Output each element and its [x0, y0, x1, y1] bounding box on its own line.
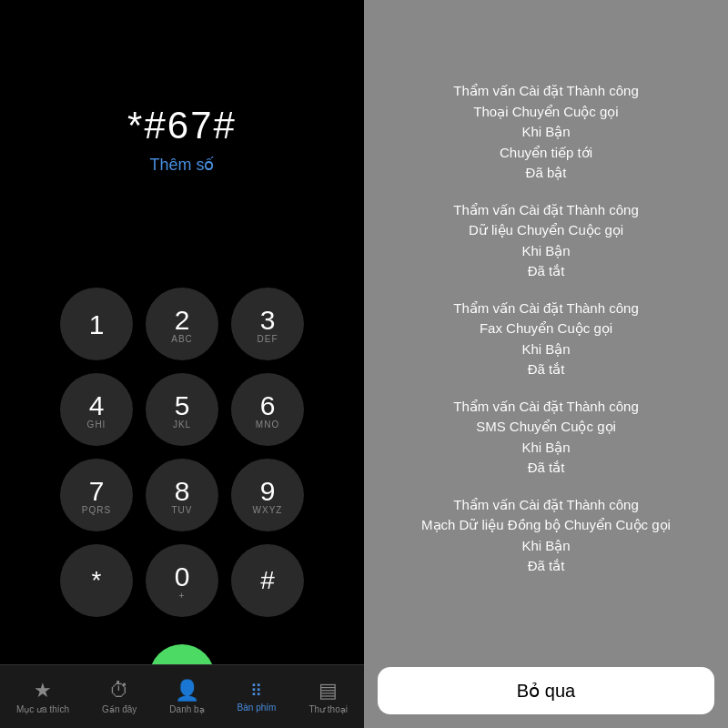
- info-line: Đã tắt: [421, 556, 671, 577]
- info-line: Khi Bận: [453, 241, 638, 262]
- info-line: Thẩm vấn Cài đặt Thành công: [453, 298, 638, 319]
- info-line: Thẩm vấn Cài đặt Thành công: [453, 81, 638, 102]
- nav-item-mục-ưa-thích[interactable]: ★Mục ưa thích: [16, 679, 69, 714]
- key-4[interactable]: 4GHI: [60, 373, 133, 446]
- info-line: Khi Bận: [453, 339, 638, 360]
- info-block-4: Thẩm vấn Cài đặt Thành côngMạch Dữ liệu …: [421, 495, 671, 577]
- dialer-panel: *#67# Thêm số 12ABC3DEF4GHI5JKL6MNO7PQRS…: [0, 0, 364, 728]
- key-9[interactable]: 9WXYZ: [231, 459, 304, 531]
- info-line: Khi Bận: [421, 536, 671, 557]
- info-line: Thẩm vấn Cài đặt Thành công: [421, 495, 671, 516]
- nav-item-danh-bạ[interactable]: 👤Danh bạ: [169, 679, 204, 714]
- info-block-3: Thẩm vấn Cài đặt Thành côngSMS Chuyển Cu…: [453, 397, 638, 479]
- key-3[interactable]: 3DEF: [231, 288, 304, 360]
- dialer-number: *#67#: [127, 104, 237, 147]
- key-7[interactable]: 7PQRS: [60, 459, 133, 531]
- nav-item-label: Thư thoại: [308, 704, 348, 714]
- info-line: Thoại Chuyển Cuộc gọi: [453, 102, 638, 123]
- key-1[interactable]: 1: [60, 288, 133, 360]
- info-line: Fax Chuyển Cuộc gọi: [453, 318, 638, 339]
- favorites-icon: ★: [34, 679, 52, 703]
- info-line: Đã bật: [453, 163, 638, 184]
- info-line: Đã tắt: [453, 261, 638, 282]
- keypad-icon: ⠿: [250, 681, 263, 701]
- recents-icon: ⏱: [109, 679, 129, 703]
- key-star[interactable]: *: [60, 544, 133, 617]
- dismiss-button[interactable]: Bỏ qua: [378, 667, 714, 714]
- nav-item-gần-đây[interactable]: ⏱Gần đây: [102, 679, 136, 714]
- info-line: Thẩm vấn Cài đặt Thành công: [453, 200, 638, 221]
- info-block-1: Thẩm vấn Cài đặt Thành côngDữ liệu Chuyể…: [453, 200, 638, 282]
- info-block-2: Thẩm vấn Cài đặt Thành côngFax Chuyển Cu…: [453, 298, 638, 380]
- info-line: Đã tắt: [453, 458, 638, 479]
- nav-item-thư-thoại[interactable]: ▤Thư thoại: [308, 679, 348, 714]
- info-line: Đã tắt: [453, 359, 638, 380]
- key-5[interactable]: 5JKL: [146, 373, 218, 446]
- nav-item-label: Bàn phím: [238, 703, 277, 713]
- info-line: Khi Bận: [453, 438, 638, 459]
- bottom-nav: ★Mục ưa thích⏱Gần đây👤Danh bạ⠿Bàn phím▤T…: [0, 664, 364, 728]
- info-line: Dữ liệu Chuyển Cuộc gọi: [453, 220, 638, 241]
- info-panel: Thẩm vấn Cài đặt Thành côngThoại Chuyển …: [364, 0, 728, 728]
- nav-item-label: Gần đây: [102, 704, 136, 714]
- nav-item-label: Danh bạ: [169, 704, 204, 714]
- info-line: Thẩm vấn Cài đặt Thành công: [453, 397, 638, 418]
- dialer-display: *#67# Thêm số: [127, 0, 237, 288]
- nav-item-bàn-phím[interactable]: ⠿Bàn phím: [238, 681, 277, 713]
- info-scroll-area: Thẩm vấn Cài đặt Thành côngThoại Chuyển …: [364, 0, 728, 658]
- nav-item-label: Mục ưa thích: [16, 704, 69, 714]
- key-6[interactable]: 6MNO: [231, 373, 304, 446]
- info-line: SMS Chuyển Cuộc gọi: [453, 417, 638, 438]
- info-line: Khi Bận: [453, 122, 638, 143]
- info-block-0: Thẩm vấn Cài đặt Thành côngThoại Chuyển …: [453, 81, 638, 184]
- dialer-add-label[interactable]: Thêm số: [149, 155, 214, 175]
- contacts-icon: 👤: [175, 679, 199, 703]
- voicemail-icon: ▤: [318, 679, 338, 703]
- dismiss-container: Bỏ qua: [364, 658, 728, 728]
- info-line: Mạch Dữ liệu Đồng bộ Chuyển Cuộc gọi: [421, 515, 671, 536]
- keypad: 12ABC3DEF4GHI5JKL6MNO7PQRS8TUV9WXYZ*0+#: [33, 288, 331, 617]
- key-2[interactable]: 2ABC: [146, 288, 218, 360]
- info-line: Chuyển tiếp tới: [453, 143, 638, 164]
- key-8[interactable]: 8TUV: [146, 459, 218, 531]
- key-hash[interactable]: #: [231, 544, 304, 617]
- key-0[interactable]: 0+: [146, 544, 218, 617]
